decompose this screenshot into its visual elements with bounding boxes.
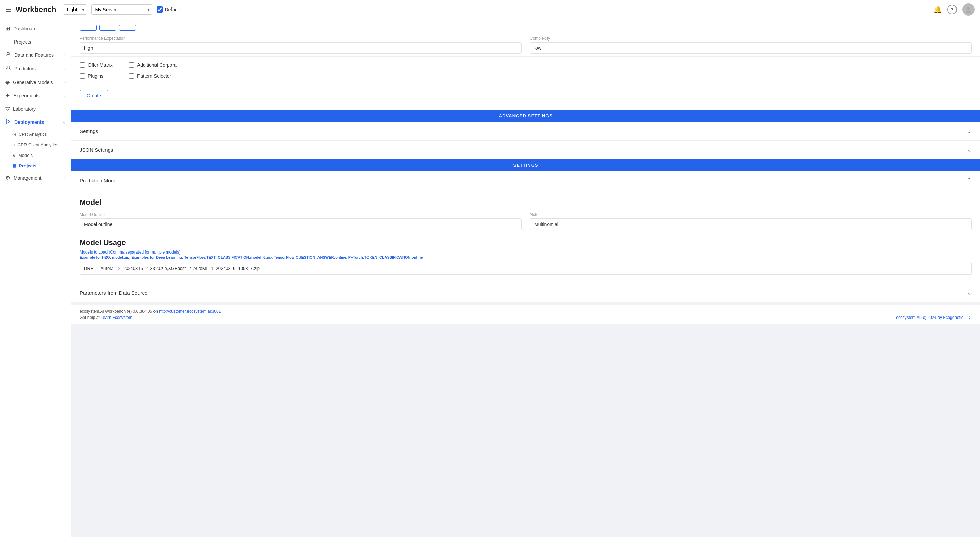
model-usage-example: Example for H2O: model.zip, Examples for…: [80, 255, 972, 259]
note-label: Note: [530, 212, 972, 217]
create-section: Create: [72, 84, 980, 110]
sidebar-item-experiments[interactable]: ✦ Experiments ›: [0, 89, 71, 102]
chevron-right-icon: ›: [64, 175, 66, 180]
theme-select[interactable]: Light Dark: [63, 5, 87, 14]
pattern-selector-checkbox[interactable]: [129, 73, 134, 79]
cpr-analytics-icon: ◷: [12, 132, 16, 137]
form-top-section: Performance Expectation high Complexity …: [72, 19, 980, 57]
sidebar-item-label: Dashboard: [13, 26, 37, 31]
note-input[interactable]: [530, 218, 972, 230]
models-icon: ∧: [12, 153, 16, 158]
avatar[interactable]: [962, 3, 975, 16]
main-content: Performance Expectation high Complexity …: [72, 19, 980, 537]
model-outline-field: Model Outline: [80, 212, 522, 230]
default-label: Default: [165, 7, 180, 12]
laboratory-icon: ▽: [5, 105, 10, 112]
settings-title: Settings: [80, 128, 98, 134]
sidebar-item-projects[interactable]: ◫ Projects: [0, 35, 71, 48]
sidebar-item-label: Predictors: [14, 66, 36, 72]
plugins-checkbox[interactable]: [80, 73, 85, 79]
checkbox-col-left: Offer Matrix Plugins: [80, 62, 113, 79]
server-select[interactable]: My Server: [91, 5, 153, 14]
footer-help: Get help at Learn Ecosystem: [80, 315, 221, 320]
sidebar-item-label: Generative Models: [13, 80, 53, 85]
json-settings-collapsible[interactable]: JSON Settings ⌄: [72, 140, 980, 159]
model-usage-label: Models to Load (Comma separated for mult…: [80, 250, 972, 255]
chevron-right-icon: ›: [64, 66, 66, 71]
parameters-chevron-down-icon: ⌄: [967, 289, 972, 296]
learn-ecosystem-link[interactable]: Learn Ecosystem: [101, 315, 132, 320]
sidebar: ⊞ Dashboard ◫ Projects Data and Features…: [0, 19, 72, 537]
top-btn-3[interactable]: [119, 24, 136, 30]
sidebar-item-dashboard[interactable]: ⊞ Dashboard: [0, 22, 71, 35]
json-settings-title: JSON Settings: [80, 147, 113, 153]
performance-field: Performance Expectation high: [80, 36, 522, 54]
sidebar-sub-item-label: Models: [18, 153, 33, 158]
create-button[interactable]: Create: [80, 90, 108, 101]
prediction-model-header[interactable]: Prediction Model ⌃: [72, 171, 980, 190]
checkboxes-section: Offer Matrix Plugins Additional Corpora …: [72, 57, 980, 84]
footer-version: ecosystem.Ai Workbench (e) 0.6.304.05 on…: [80, 309, 221, 314]
svg-point-3: [7, 66, 9, 68]
server-selector-wrapper[interactable]: My Server: [91, 5, 153, 14]
offer-matrix-checkbox[interactable]: [80, 62, 85, 68]
sidebar-item-laboratory[interactable]: ▽ Laboratory ›: [0, 102, 71, 115]
sidebar-item-management[interactable]: ⚙ Management ›: [0, 171, 71, 185]
footer-url[interactable]: http://customer.ecosystem.ai:3001: [159, 309, 221, 314]
checkbox-additional-corpora[interactable]: Additional Corpora: [129, 62, 177, 68]
parameters-section[interactable]: Parameters from Data Source ⌄: [72, 283, 980, 302]
sidebar-item-label: Experiments: [13, 93, 40, 98]
form-top-buttons: [80, 24, 972, 30]
complexity-value: low: [530, 42, 972, 54]
sidebar-sub-item-label: CPR Client Analytics: [18, 142, 58, 147]
additional-corpora-checkbox[interactable]: [129, 62, 134, 68]
sidebar-item-data-features[interactable]: Data and Features ›: [0, 48, 71, 62]
deployments-icon: [5, 119, 11, 126]
dashboard-icon: ⊞: [5, 25, 10, 32]
sidebar-sub-item-label: CPR Analytics: [19, 132, 47, 137]
help-icon[interactable]: ?: [947, 5, 957, 14]
predictors-icon: [5, 65, 11, 72]
topnav-right: 🔔 ?: [933, 3, 975, 16]
sidebar-item-generative-models[interactable]: ◈ Generative Models ›: [0, 76, 71, 89]
sidebar-sub-item-projects[interactable]: ▣ Projects: [0, 161, 71, 171]
sidebar-sub-item-label: Projects: [19, 163, 37, 169]
sidebar-sub-item-cpr-client-analytics[interactable]: ○ CPR Client Analytics: [0, 140, 71, 150]
checkbox-pattern-selector[interactable]: Pattern Selector: [129, 73, 177, 79]
chevron-right-icon: ›: [64, 53, 66, 57]
generative-models-icon: ◈: [5, 79, 10, 85]
model-title: Model: [80, 198, 972, 207]
sidebar-item-deployments[interactable]: Deployments ⌄: [0, 115, 71, 129]
chevron-right-icon: ›: [64, 107, 66, 111]
topnav: ☰ Workbench Light Dark My Server Default…: [0, 0, 980, 19]
prediction-model-title: Prediction Model: [80, 178, 118, 183]
form-row-perf-complexity: Performance Expectation high Complexity …: [80, 36, 972, 54]
parameters-title: Parameters from Data Source: [80, 290, 147, 296]
sidebar-item-label: Management: [14, 175, 41, 181]
default-checkbox-area: Default: [156, 6, 180, 13]
svg-marker-4: [6, 120, 10, 124]
checkbox-offer-matrix[interactable]: Offer Matrix: [80, 62, 113, 68]
complexity-field: Complexity low: [530, 36, 972, 54]
model-fields: Model Outline Note: [80, 212, 972, 230]
model-outline-input[interactable]: [80, 218, 522, 230]
model-usage-value: DRF_1_AutoML_2_20240316_213320.zip,XGBoo…: [80, 262, 972, 275]
footer: ecosystem.Ai Workbench (e) 0.6.304.05 on…: [72, 304, 980, 324]
bell-icon[interactable]: 🔔: [933, 5, 942, 14]
model-usage-title: Model Usage: [80, 238, 972, 247]
theme-selector-wrapper[interactable]: Light Dark: [63, 5, 87, 14]
top-btn-1[interactable]: [80, 24, 97, 30]
top-btn-2[interactable]: [99, 24, 116, 30]
menu-icon[interactable]: ☰: [5, 5, 11, 14]
sidebar-sub-item-models[interactable]: ∧ Models: [0, 150, 71, 161]
settings-collapsible[interactable]: Settings ⌄: [72, 122, 980, 140]
data-features-icon: [5, 52, 11, 59]
sidebar-item-predictors[interactable]: Predictors ›: [0, 62, 71, 76]
additional-corpora-label: Additional Corpora: [137, 62, 177, 68]
sidebar-item-label: Deployments: [14, 120, 44, 125]
prediction-chevron-up-icon: ⌃: [967, 177, 972, 184]
checkbox-plugins[interactable]: Plugins: [80, 73, 113, 79]
svg-point-2: [7, 53, 9, 54]
sidebar-sub-item-cpr-analytics[interactable]: ◷ CPR Analytics: [0, 129, 71, 140]
default-checkbox[interactable]: [156, 6, 163, 13]
